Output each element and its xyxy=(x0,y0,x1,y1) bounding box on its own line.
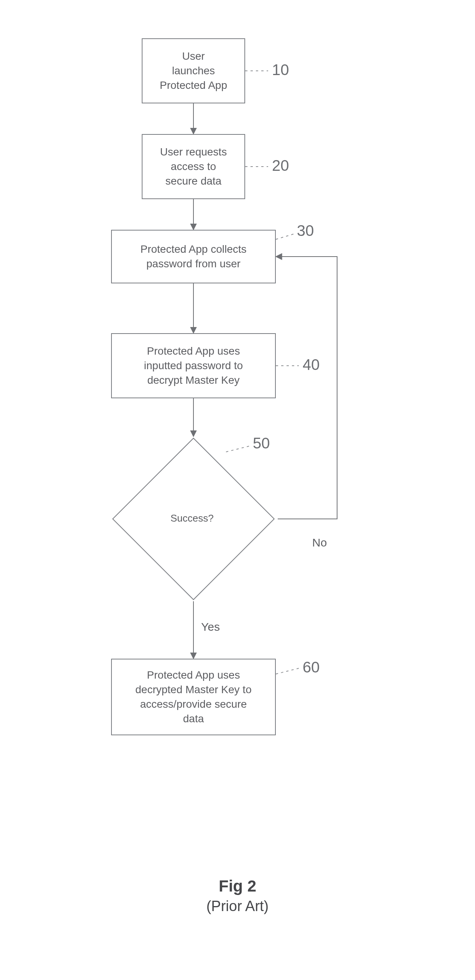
ref-30: 30 xyxy=(297,222,314,239)
step-collect-password: Protected App collectspassword from user xyxy=(111,230,276,283)
edge-yes-label: Yes xyxy=(201,620,220,633)
figure-title: Fig 2 xyxy=(0,877,475,895)
edge-no-label: No xyxy=(312,536,327,549)
step-text: UserlaunchesProtected App xyxy=(160,49,227,92)
step-text: Protected App collectspassword from user xyxy=(140,242,246,271)
ref-50: 50 xyxy=(253,435,270,452)
decision-text: Success? xyxy=(170,512,214,524)
ref-10: 10 xyxy=(272,61,289,79)
flowchart-canvas: UserlaunchesProtected App 10 User reques… xyxy=(0,0,475,980)
ref-60: 60 xyxy=(303,659,320,676)
step-decrypt-masterkey: Protected App usesinputted password tode… xyxy=(111,333,276,398)
figure-subtitle: (Prior Art) xyxy=(0,898,475,915)
ref-20: 20 xyxy=(272,157,289,174)
step-text: User requestsaccess tosecure data xyxy=(160,145,227,188)
step-user-requests: User requestsaccess tosecure data xyxy=(142,134,245,199)
svg-line-10 xyxy=(276,668,299,674)
svg-line-7 xyxy=(276,234,295,239)
svg-line-9 xyxy=(226,446,249,452)
step-user-launches: UserlaunchesProtected App xyxy=(142,38,245,103)
ref-40: 40 xyxy=(303,356,320,373)
step-access-secure-data: Protected App usesdecrypted Master Key t… xyxy=(111,659,276,735)
step-text: Protected App usesdecrypted Master Key t… xyxy=(135,668,251,726)
step-text: Protected App usesinputted password tode… xyxy=(144,344,243,387)
